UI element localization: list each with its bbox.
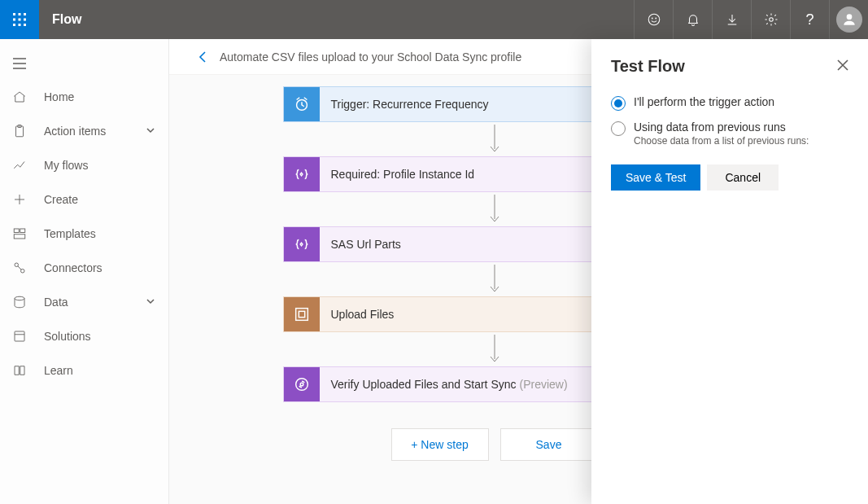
nav-collapse-button[interactable] bbox=[0, 47, 39, 80]
clipboard-icon bbox=[11, 123, 28, 139]
clock-icon bbox=[284, 87, 320, 121]
nav-learn[interactable]: Learn bbox=[0, 353, 168, 388]
step-label: Upload Files bbox=[331, 308, 395, 321]
code-icon bbox=[284, 157, 320, 191]
nav-my-flows[interactable]: My flows bbox=[0, 148, 168, 182]
smile-icon bbox=[647, 12, 661, 27]
nav-label: Action items bbox=[44, 125, 106, 138]
solutions-icon bbox=[11, 328, 28, 344]
download-icon bbox=[725, 12, 739, 27]
svg-rect-5 bbox=[24, 19, 26, 21]
cancel-button[interactable]: Cancel bbox=[707, 164, 779, 191]
flows-icon bbox=[11, 157, 28, 173]
avatar bbox=[836, 7, 862, 33]
data-icon bbox=[11, 294, 28, 310]
nav-templates[interactable]: Templates bbox=[0, 217, 168, 251]
svg-rect-0 bbox=[13, 13, 15, 15]
panel-title: Test Flow bbox=[611, 57, 685, 76]
button-label: Save & Test bbox=[626, 171, 686, 184]
connector-arrow bbox=[489, 262, 500, 296]
nav-home[interactable]: Home bbox=[0, 80, 168, 114]
plus-icon bbox=[11, 191, 28, 208]
left-nav: Home Action items My flows Create Templa… bbox=[0, 39, 169, 504]
svg-point-9 bbox=[648, 14, 660, 25]
svg-rect-25 bbox=[299, 311, 304, 317]
svg-point-21 bbox=[15, 296, 24, 300]
test-option-perform-trigger[interactable]: I'll perform the trigger action bbox=[611, 90, 848, 116]
chevron-down-icon bbox=[146, 125, 155, 138]
test-flow-panel: Test Flow I'll perform the trigger actio… bbox=[591, 39, 868, 504]
svg-rect-1 bbox=[19, 13, 21, 15]
svg-point-11 bbox=[655, 18, 656, 19]
svg-point-12 bbox=[769, 18, 773, 22]
back-button[interactable] bbox=[192, 50, 215, 64]
download-button[interactable] bbox=[712, 0, 751, 39]
flow-title: Automate CSV files upload to your School… bbox=[220, 50, 521, 64]
svg-rect-22 bbox=[15, 331, 24, 341]
book-icon bbox=[11, 362, 28, 379]
app-header: Flow ? bbox=[0, 0, 868, 39]
nav-label: Home bbox=[44, 90, 74, 103]
svg-rect-7 bbox=[19, 24, 21, 26]
svg-rect-4 bbox=[19, 19, 21, 21]
nav-label: Data bbox=[44, 296, 68, 309]
sync-icon bbox=[284, 367, 320, 401]
svg-rect-17 bbox=[20, 229, 25, 233]
canvas-actions: + New step Save bbox=[391, 428, 598, 461]
svg-point-27 bbox=[300, 383, 303, 386]
arrow-left-icon bbox=[197, 50, 210, 64]
nav-label: Connectors bbox=[44, 261, 103, 274]
app-launcher[interactable] bbox=[0, 0, 39, 39]
nav-label: Solutions bbox=[44, 330, 91, 343]
gear-icon bbox=[764, 12, 779, 27]
feedback-button[interactable] bbox=[634, 0, 673, 39]
waffle-icon bbox=[13, 13, 26, 26]
nav-action-items[interactable]: Action items bbox=[0, 114, 168, 148]
step-label: Verify Uploaded Files and Start Sync bbox=[331, 378, 517, 391]
step-label: Required: Profile Instance Id bbox=[331, 168, 475, 181]
nav-connectors[interactable]: Connectors bbox=[0, 251, 168, 285]
test-option-previous-runs[interactable]: Using data from previous runs Choose dat… bbox=[611, 116, 848, 151]
connector-arrow bbox=[489, 122, 500, 156]
close-icon bbox=[837, 59, 848, 71]
help-button[interactable]: ? bbox=[790, 0, 829, 39]
templates-icon bbox=[11, 226, 28, 242]
svg-rect-18 bbox=[14, 234, 25, 239]
radio-unselected-icon bbox=[611, 121, 626, 136]
settings-button[interactable] bbox=[751, 0, 790, 39]
connector-arrow bbox=[489, 192, 500, 226]
bell-icon bbox=[686, 12, 700, 27]
connectors-icon bbox=[11, 260, 28, 276]
new-step-button[interactable]: + New step bbox=[391, 428, 489, 461]
chevron-down-icon bbox=[146, 296, 155, 309]
person-icon bbox=[841, 11, 857, 28]
nav-create[interactable]: Create bbox=[0, 182, 168, 217]
radio-label: I'll perform the trigger action bbox=[634, 95, 774, 108]
preview-tag: (Preview) bbox=[520, 378, 568, 391]
close-panel-button[interactable] bbox=[837, 59, 848, 73]
svg-point-13 bbox=[846, 14, 852, 20]
connector-arrow bbox=[489, 332, 500, 366]
nav-label: Templates bbox=[44, 227, 96, 240]
svg-rect-8 bbox=[24, 24, 26, 26]
nav-solutions[interactable]: Solutions bbox=[0, 319, 168, 353]
save-label: Save bbox=[536, 438, 562, 451]
notifications-button[interactable] bbox=[673, 0, 712, 39]
button-label: Cancel bbox=[725, 171, 761, 184]
nav-label: Learn bbox=[44, 364, 73, 377]
app-name: Flow bbox=[39, 12, 81, 27]
account-button[interactable] bbox=[829, 0, 868, 39]
save-flow-button[interactable]: Save bbox=[500, 428, 598, 461]
svg-rect-16 bbox=[14, 229, 19, 233]
code-icon bbox=[284, 227, 320, 261]
svg-point-26 bbox=[295, 379, 308, 391]
question-icon: ? bbox=[805, 11, 813, 28]
save-and-test-button[interactable]: Save & Test bbox=[611, 164, 700, 191]
nav-label: My flows bbox=[44, 159, 88, 172]
radio-label: Using data from previous runs bbox=[634, 121, 809, 134]
nav-data[interactable]: Data bbox=[0, 285, 168, 319]
hamburger-icon bbox=[13, 58, 26, 69]
svg-rect-3 bbox=[13, 19, 15, 21]
svg-rect-2 bbox=[24, 13, 26, 15]
step-label: Trigger: Recurrence Frequency bbox=[331, 98, 489, 111]
